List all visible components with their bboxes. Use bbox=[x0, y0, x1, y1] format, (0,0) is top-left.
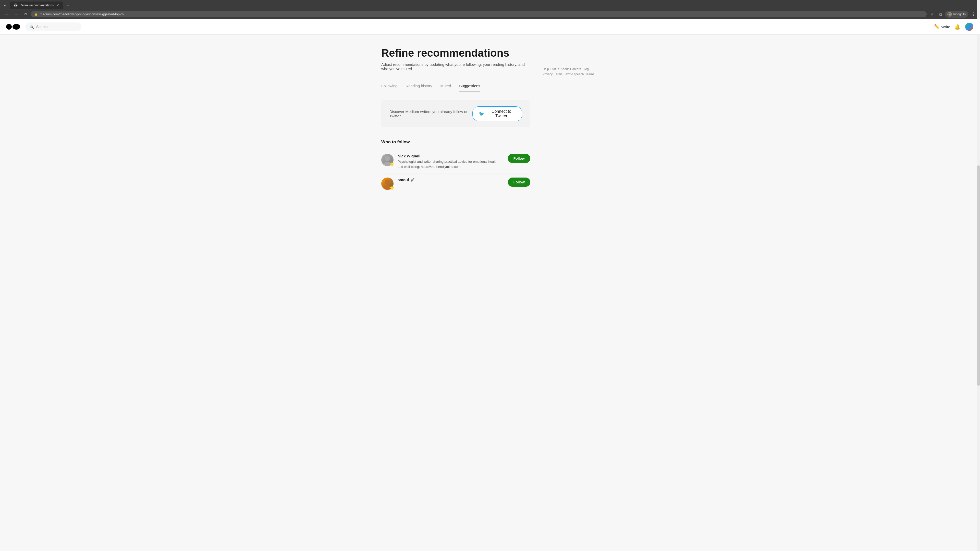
follow-name-nick: Nick Wignall bbox=[398, 154, 504, 158]
nav-actions: ☆ ⧉ 🕵 Incognito ⋮ bbox=[928, 11, 977, 17]
follow-badge-star-nick: ⭐ bbox=[390, 162, 395, 167]
nav-bar: ← → ↻ 🔒 ☆ ⧉ 🕵 Incognito ⋮ bbox=[0, 9, 980, 19]
tab-close-button[interactable]: ✕ bbox=[56, 3, 60, 7]
footer-link-terms[interactable]: Terms bbox=[554, 73, 563, 76]
address-bar[interactable]: 🔒 bbox=[31, 11, 927, 17]
tabs-nav: Following Reading history Muted Suggesti… bbox=[381, 81, 530, 92]
tab-reading-history[interactable]: Reading history bbox=[406, 81, 432, 92]
tab-dropdown-button[interactable]: ▾ bbox=[3, 3, 7, 8]
search-icon: 🔍 bbox=[29, 24, 34, 29]
tab-muted[interactable]: Muted bbox=[441, 81, 451, 92]
footer-link-careers[interactable]: Careers bbox=[570, 67, 581, 71]
verified-icon-smoul: ✔️ bbox=[410, 178, 414, 182]
follow-desc-nick: Psychologist and writer sharing practica… bbox=[398, 159, 504, 169]
search-input[interactable] bbox=[36, 25, 77, 29]
footer-link-status[interactable]: Status bbox=[550, 67, 559, 71]
twitter-connect-box: Discover Medium writers you already foll… bbox=[381, 100, 530, 127]
page-title: Refine recommendations bbox=[381, 47, 530, 59]
header-actions: ✏️ Write 🔔 bbox=[934, 22, 974, 32]
lock-icon: 🔒 bbox=[34, 13, 38, 16]
notifications-button[interactable]: 🔔 bbox=[954, 24, 961, 30]
follow-item-smoul: ⭐ smoul ✔️ Follow bbox=[381, 173, 530, 194]
footer-link-help[interactable]: Help bbox=[542, 67, 549, 71]
connect-twitter-label: Connect to Twitter bbox=[487, 109, 516, 118]
main-layout: Refine recommendations Adjust recommenda… bbox=[381, 47, 599, 194]
medium-logo[interactable] bbox=[6, 24, 20, 30]
who-to-follow-title: Who to follow bbox=[381, 140, 530, 144]
svg-point-0 bbox=[385, 156, 390, 161]
refresh-button[interactable]: ↻ bbox=[22, 11, 29, 17]
logo-circle-right bbox=[13, 24, 20, 30]
follow-avatar-wrap-smoul: ⭐ bbox=[381, 178, 393, 190]
footer-link-teams[interactable]: Teams bbox=[585, 73, 594, 76]
incognito-icon: 🕵 bbox=[947, 12, 952, 17]
bell-icon: 🔔 bbox=[954, 24, 961, 30]
tab-bar: ▾ ●● Refine recommendations ✕ + bbox=[0, 0, 980, 9]
tab-following[interactable]: Following bbox=[381, 81, 397, 92]
incognito-button[interactable]: 🕵 Incognito bbox=[945, 11, 968, 17]
follow-avatar-wrap-nick: ⭐ bbox=[381, 154, 393, 166]
site-header: 🔍 ✏️ Write 🔔 bbox=[0, 19, 980, 35]
footer-link-blog[interactable]: Blog bbox=[583, 67, 589, 71]
new-tab-button[interactable]: + bbox=[64, 2, 71, 9]
follow-name-label-nick: Nick Wignall bbox=[398, 154, 420, 158]
browser-chrome: ▾ ●● Refine recommendations ✕ + ← → ↻ 🔒 … bbox=[0, 0, 980, 19]
tab-bar-left: ▾ bbox=[3, 3, 7, 8]
footer-link-text-to-speech[interactable]: Text to speech bbox=[564, 73, 584, 76]
follow-name-smoul: smoul ✔️ bbox=[398, 178, 504, 182]
footer-links: Help Status About Careers Blog Privacy T… bbox=[542, 67, 599, 76]
page: 🔍 ✏️ Write 🔔 Refine recommendations Adju… bbox=[0, 19, 980, 550]
forward-button[interactable]: → bbox=[12, 11, 21, 17]
back-button[interactable]: ← bbox=[3, 11, 11, 17]
page-subtitle: Adjust recommendations by updating what … bbox=[381, 62, 530, 71]
content: Refine recommendations Adjust recommenda… bbox=[375, 35, 605, 206]
bookmark-star-button[interactable]: ☆ bbox=[928, 11, 936, 17]
follow-name-label-smoul: smoul bbox=[398, 178, 409, 182]
footer-link-privacy[interactable]: Privacy bbox=[542, 73, 552, 76]
twitter-bird-icon: 🐦 bbox=[479, 111, 484, 117]
svg-point-2 bbox=[385, 179, 390, 185]
tab-favicon: ●● bbox=[14, 3, 18, 7]
browser-scrollbar[interactable] bbox=[977, 0, 980, 550]
write-button[interactable]: ✏️ Write bbox=[934, 24, 950, 30]
write-icon: ✏️ bbox=[934, 24, 940, 30]
who-to-follow-section: Who to follow ⭐ bbox=[381, 140, 530, 194]
avatar[interactable] bbox=[965, 22, 974, 32]
tab-suggestions[interactable]: Suggestions bbox=[459, 81, 480, 92]
logo-circle-left bbox=[6, 24, 12, 30]
main-column: Refine recommendations Adjust recommenda… bbox=[381, 47, 530, 194]
follow-info-nick: Nick Wignall Psychologist and writer sha… bbox=[398, 154, 504, 169]
follow-badge-star-smoul: ⭐ bbox=[390, 186, 395, 190]
browser-menu-button[interactable]: ⋮ bbox=[969, 11, 977, 17]
twitter-box-text: Discover Medium writers you already foll… bbox=[390, 110, 473, 118]
follow-button-smoul[interactable]: Follow bbox=[508, 178, 530, 187]
active-tab[interactable]: ●● Refine recommendations ✕ bbox=[10, 2, 63, 9]
follow-info-smoul: smoul ✔️ bbox=[398, 178, 504, 183]
url-input[interactable] bbox=[40, 12, 924, 16]
sidebar: Help Status About Careers Blog Privacy T… bbox=[542, 47, 599, 194]
footer-link-about[interactable]: About bbox=[561, 67, 569, 71]
connect-twitter-button[interactable]: 🐦 Connect to Twitter bbox=[473, 106, 522, 121]
follow-item-nick-wignall: ⭐ Nick Wignall Psychologist and writer s… bbox=[381, 150, 530, 173]
search-bar[interactable]: 🔍 bbox=[25, 22, 81, 31]
incognito-label: Incognito bbox=[953, 13, 966, 16]
split-view-button[interactable]: ⧉ bbox=[937, 11, 944, 17]
follow-button-nick[interactable]: Follow bbox=[508, 154, 530, 163]
scrollbar-thumb[interactable] bbox=[977, 165, 980, 386]
tab-title: Refine recommendations bbox=[20, 3, 54, 7]
write-label: Write bbox=[941, 25, 950, 29]
